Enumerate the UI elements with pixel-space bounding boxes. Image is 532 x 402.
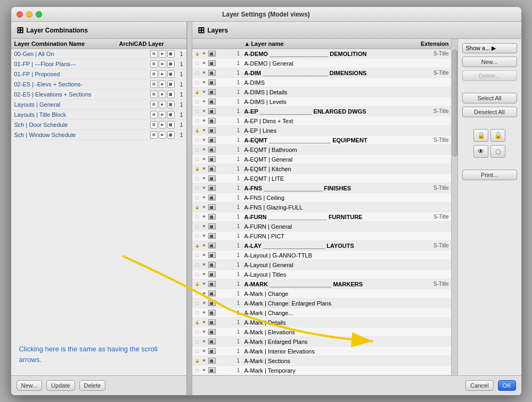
layer-type-icon: ▦ [208, 271, 216, 277]
table-row[interactable]: ⬚ 👁 ▦ 1 A-EP ________________ ENLARGED D… [192, 107, 451, 116]
combination-name: 01-FP | Proposed [14, 71, 150, 77]
row-icons: ⬚ 👁 ▦ [194, 271, 237, 278]
table-row[interactable]: 🔒 👁 ▦ 1 A-EQMT | Kitchen [192, 164, 451, 174]
table-row[interactable]: ⬚ 👁 ▦ 1 A-Layout | G-ANNO-TTLB [192, 251, 451, 260]
visible-toggle-button[interactable]: 👁 [473, 145, 488, 158]
table-row[interactable]: ⬚ 👁 ▦ 1 A-Mark | Change [192, 289, 451, 299]
combination-name: Sch | Door Schedule [14, 122, 150, 128]
panel-divider[interactable]: ⋮ [187, 22, 192, 395]
row-icons: ⬚ 👁 ▦ [194, 118, 237, 124]
lock-icon: 🔒 [194, 319, 201, 326]
table-row[interactable]: ⬚ 👁 ▦ 1 A-FURN __________________ FURNIT… [192, 212, 451, 222]
table-row[interactable]: ⬚ 👁 ▦ 1 A-Mark | Change... [192, 308, 451, 318]
zoom-button[interactable] [36, 11, 42, 18]
layer-num: 1 [237, 243, 244, 248]
table-row[interactable]: ⬚ 👁 ▦ 1 A-EP | Dims + Text [192, 116, 451, 126]
eye-icon: 👁 [201, 195, 208, 201]
close-button[interactable] [17, 11, 23, 18]
delete-combination-button[interactable]: Delete [79, 380, 106, 391]
row-icons: 🔒 👁 ▦ [194, 51, 237, 57]
select-all-button[interactable]: Select All [462, 93, 517, 103]
table-row[interactable]: ⬚ 👁 ▦ 1 A-FNS __________________ FINISHE… [192, 183, 451, 193]
row-icons: ⬚ 👁 ▦ [194, 223, 237, 230]
layer-name: A-Layout | Titles [244, 271, 412, 278]
list-item[interactable]: Sch | Door Schedule ⊞ 👁 ▦ 1 [11, 120, 186, 130]
table-row[interactable]: ⬚ 👁 ▦ 1 A-FURN | PICT [192, 231, 451, 241]
annotation-area: Clicking here is the same as having the … [11, 202, 186, 375]
list-item[interactable]: 00-Gen | All On ⊞ 👁 ▦ 1 [11, 49, 186, 59]
table-row[interactable]: ⬚ 👁 ▦ 1 A-Mark | Temporary [192, 366, 451, 375]
table-row[interactable]: ⬚ 👁 ▦ 1 A-DIMS | Levels [192, 97, 451, 107]
unlock-toggle-button[interactable]: 🔓 [490, 129, 505, 142]
scrollbar[interactable] [451, 39, 457, 375]
new-combination-button[interactable]: New... [17, 380, 43, 391]
list-item[interactable]: Sch | Window Schedule ⊞ 👁 ▦ 1 [11, 130, 186, 140]
table-row[interactable]: ⬚ 👁 ▦ 1 A-Layout | General [192, 260, 451, 270]
table-row[interactable]: ⬚ 👁 ▦ 1 A-EQMT ___________________ EQUIP… [192, 135, 451, 145]
table-row[interactable]: ⬚ 👁 ▦ 1 A-EQMT | Bathroom [192, 145, 451, 155]
table-row[interactable]: 🔒 👁 ▦ 1 A-EP | Lines [192, 126, 451, 135]
combination-icons: ⊞ 👁 ▦ [150, 81, 175, 88]
list-item[interactable]: Layouts | Title Block ⊞ 👁 ▦ 1 [11, 110, 186, 120]
list-item[interactable]: 02-ES | Elevations + Sections ⊞ 👁 ▦ 1 [11, 90, 186, 100]
table-row[interactable]: ⬚ 👁 ▦ 1 A-EQMT | LITE [192, 174, 451, 183]
layer-type-icon: ▦ [208, 291, 216, 296]
layer-type-icon: ▦ [208, 339, 216, 344]
lock-icon: 🔒 [194, 51, 201, 57]
table-row[interactable]: ⬚ 👁 ▦ 1 A-Mark | Enlarged Plans [192, 337, 451, 347]
scrollbar-thumb[interactable] [452, 50, 457, 156]
lock-icon: ⬚ [194, 118, 201, 124]
table-row[interactable]: 🔒 👁 ▦ 1 A-Mark | Details [192, 318, 451, 327]
layer-num: 1 [237, 175, 244, 181]
table-row[interactable]: 🔒 👁 ▦ 1 A-FNS | Glazing-FULL [192, 203, 451, 212]
icon2: 👁 [159, 91, 166, 98]
layer-name: A-EQMT | Kitchen [244, 166, 412, 172]
combination-num: 1 [175, 81, 183, 87]
list-item[interactable]: Layouts | General ⊞ 👁 ▦ 1 [11, 100, 186, 110]
left-panel-title: Layer Combinations [27, 27, 88, 34]
lock-toggle-button[interactable]: 🔒 [473, 129, 488, 142]
table-row[interactable]: 🔒 👁 ▦ 1 A-MARK ___________________ MARKE… [192, 279, 451, 289]
table-row[interactable]: ⬚ 👁 ▦ 1 A-FURN | General [192, 222, 451, 231]
deselect-all-button[interactable]: Deselect All [462, 107, 517, 117]
print-button[interactable]: Print... [462, 170, 517, 180]
icon1: ⊞ [150, 70, 158, 78]
update-button[interactable]: Update [46, 380, 75, 391]
hidden-toggle-button[interactable]: ◌ [490, 145, 505, 158]
layer-type-icon: ▦ [208, 223, 216, 229]
layer-num: 1 [237, 89, 244, 95]
table-row[interactable]: ⬚ 👁 ▦ 1 A-DIMS [192, 78, 451, 87]
icon2: 👁 [159, 60, 166, 68]
table-row[interactable]: ⬚ 👁 ▦ 1 A-EQMT | General [192, 155, 451, 164]
show-filter-button[interactable]: Show a... ▶ [462, 43, 517, 53]
table-row[interactable]: ⬚ 👁 ▦ 1 A-DEMO | General [192, 59, 451, 68]
traffic-lights [17, 11, 42, 18]
table-row[interactable]: ⬚ 👁 ▦ 1 A-Layout | Titles [192, 270, 451, 279]
lock-icon: ⬚ [194, 291, 201, 297]
col-archicad-layer: ArchiCAD Layer [119, 41, 183, 47]
layer-name: A-EQMT | General [244, 156, 412, 163]
col-combination-name: Layer Combination Name [14, 41, 119, 47]
list-item[interactable]: 01-FP | ---Floor Plans--- ⊞ 👁 ▦ 1 [11, 59, 186, 69]
eye-icon: 👁 [201, 281, 208, 287]
table-row[interactable]: ⬚ 👁 ▦ 1 A-FNS | Ceiling [192, 193, 451, 203]
table-row[interactable]: ⬚ 👁 ▦ 1 A-DIM ____________________ DIMEN… [192, 68, 451, 78]
lock-icon: ⬚ [194, 70, 201, 76]
table-row[interactable]: ⬚ 👁 ▦ 1 A-Mark | Interior Elevations [192, 347, 451, 356]
cancel-button[interactable]: Cancel [465, 380, 493, 391]
left-panel-header: ⊞ Layer Combinations [11, 22, 186, 39]
ok-button[interactable]: OK [498, 380, 516, 391]
table-row[interactable]: 🔒 👁 ▦ 1 A-DEMO __________________ DEMOLI… [192, 49, 451, 59]
table-row[interactable]: ⬚ 👁 ▦ 1 A-Mark | Elevations [192, 327, 451, 337]
list-item[interactable]: 02-ES | -Elevs + Sections- ⊞ 👁 ▦ 1 [11, 79, 186, 90]
table-row[interactable]: 🔒 👁 ▦ 1 A-DIMS | Details [192, 87, 451, 97]
titlebar: Layer Settings (Model views) [11, 7, 521, 22]
table-row[interactable]: ⬚ 👁 ▦ 1 A-Mark | Change: Enlarged Plans [192, 299, 451, 308]
table-row[interactable]: 🔒 👁 ▦ 1 A-Mark | Sections [192, 356, 451, 366]
list-item[interactable]: 01-FP | Proposed ⊞ 👁 ▦ 1 [11, 69, 186, 79]
table-row[interactable]: 🔒 👁 ▦ 1 A-LAY ___________________ LAYOUT… [192, 241, 451, 251]
combination-num: 1 [175, 122, 183, 128]
layer-num: 1 [237, 223, 244, 229]
minimize-button[interactable] [26, 11, 32, 18]
new-layer-button[interactable]: New... [462, 57, 517, 67]
